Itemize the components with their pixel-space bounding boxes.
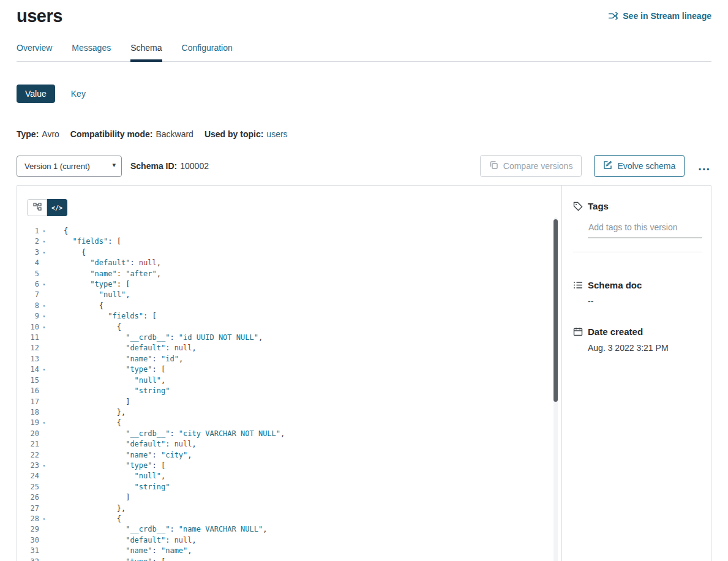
stream-lineage-link[interactable]: See in Stream lineage: [608, 11, 711, 21]
subtab-value[interactable]: Value: [17, 85, 55, 103]
fold-spacer: [39, 386, 49, 396]
schema-subtabs: Value Key: [17, 85, 711, 103]
fold-spacer: [39, 503, 49, 514]
line-number: 2: [17, 236, 39, 247]
fold-toggle-icon[interactable]: ▾: [39, 364, 49, 375]
code-line: 22 "name": "city",: [17, 450, 561, 461]
code-line: 6▾ "type": [: [17, 279, 561, 290]
fold-spacer: [39, 397, 49, 407]
code-line: 17 ]: [17, 397, 561, 407]
code-line: 5 "name": "after",: [17, 269, 561, 279]
code-line: 7 "null",: [17, 290, 561, 300]
tree-view-button[interactable]: [27, 199, 47, 216]
code-line: 21 "default": null,: [17, 439, 561, 450]
line-number: 11: [17, 333, 39, 343]
schema-panel: </> 1▾{2▾ "fields": [3▾ {4 "default": nu…: [17, 185, 711, 561]
more-options-button[interactable]: ...: [697, 160, 711, 172]
schema-id: Schema ID:100002: [130, 161, 209, 171]
fold-toggle-icon[interactable]: ▾: [39, 514, 49, 524]
code-line: 18 },: [17, 407, 561, 418]
fold-toggle-icon[interactable]: ▾: [39, 226, 49, 236]
meta-type-value: Avro: [42, 129, 59, 139]
line-number: 12: [17, 343, 39, 353]
code-line: 24 "null",: [17, 471, 561, 481]
fold-spacer: [39, 258, 49, 268]
tab-schema[interactable]: Schema: [130, 43, 162, 61]
meta-compat-label: Compatibility mode:: [70, 129, 153, 139]
code-line: 29 "__crdb__": "name VARCHAR NULL",: [17, 524, 561, 535]
page-header: users See in Stream lineage: [0, 0, 728, 26]
fold-toggle-icon[interactable]: ▾: [39, 236, 49, 247]
code-text: },: [64, 503, 126, 514]
fold-toggle-icon[interactable]: ▾: [39, 557, 49, 561]
tab-overview[interactable]: Overview: [17, 43, 52, 61]
compare-versions-label: Compare versions: [503, 161, 573, 171]
code-view-button[interactable]: </>: [47, 199, 67, 216]
line-number: 28: [17, 514, 39, 524]
compare-versions-button[interactable]: Compare versions: [480, 155, 582, 177]
fold-toggle-icon[interactable]: ▾: [39, 247, 49, 258]
code-text: },: [64, 407, 126, 418]
line-number: 5: [17, 269, 39, 279]
tab-configuration[interactable]: Configuration: [182, 43, 233, 61]
fold-spacer: [39, 407, 49, 418]
meta-type: Type:Avro: [17, 129, 59, 139]
fold-spacer: [39, 482, 49, 492]
code-text: {: [64, 226, 68, 236]
fold-toggle-icon[interactable]: ▾: [39, 322, 49, 333]
line-number: 13: [17, 354, 39, 364]
code-line: 31 "name": "name",: [17, 546, 561, 556]
version-select[interactable]: Version 1 (current): [17, 156, 122, 177]
fold-spacer: [39, 269, 49, 279]
topic-link[interactable]: users: [266, 129, 287, 139]
code-text: "name": "after",: [64, 269, 161, 279]
schema-doc-title: Schema doc: [588, 280, 642, 290]
code-text: "string": [64, 482, 170, 492]
schema-meta: Type:Avro Compatibility mode:Backward Us…: [17, 129, 711, 139]
meta-type-label: Type:: [17, 129, 39, 139]
fold-spacer: [39, 524, 49, 535]
code-line: 2▾ "fields": [: [17, 236, 561, 247]
subtab-key[interactable]: Key: [71, 89, 86, 99]
code-text: "name": "name",: [64, 546, 192, 556]
tags-input[interactable]: [588, 221, 702, 238]
code-text: "__crdb__": "id UUID NOT NULL",: [64, 333, 263, 343]
code-line: 3▾ {: [17, 247, 561, 258]
fold-toggle-icon[interactable]: ▾: [39, 301, 49, 311]
line-number: 23: [17, 461, 39, 471]
line-number: 4: [17, 258, 39, 268]
schema-doc-section: Schema doc --: [573, 280, 702, 306]
line-number: 22: [17, 450, 39, 461]
tag-icon: [573, 201, 583, 211]
fold-toggle-icon[interactable]: ▾: [39, 461, 49, 471]
code-text: "type": [: [64, 461, 165, 471]
code-line: 27 },: [17, 503, 561, 514]
schema-doc-value: --: [588, 296, 702, 306]
fold-spacer: [39, 429, 49, 439]
line-number: 14: [17, 364, 39, 375]
evolve-schema-icon: [603, 160, 612, 171]
tags-title: Tags: [588, 201, 609, 211]
view-toggle-group: </>: [27, 199, 561, 216]
code-line: 14▾ "type": [: [17, 364, 561, 375]
date-created-header: Date created: [573, 326, 702, 337]
code-text: ]: [64, 397, 130, 407]
line-number: 3: [17, 247, 39, 258]
fold-toggle-icon[interactable]: ▾: [39, 418, 49, 428]
schema-toolbar: Version 1 (current) ▾ Schema ID:100002 C…: [17, 155, 711, 177]
fold-spacer: [39, 290, 49, 300]
scrollbar-thumb[interactable]: [554, 219, 558, 402]
code-line: 13 "name": "id",: [17, 354, 561, 364]
fold-toggle-icon[interactable]: ▾: [39, 279, 49, 290]
sidebar-divider: [573, 252, 702, 252]
line-number: 30: [17, 535, 39, 546]
stream-lineage-label: See in Stream lineage: [623, 11, 711, 21]
meta-topic-label: Used by topic:: [205, 129, 263, 139]
fold-spacer: [39, 354, 49, 364]
evolve-schema-button[interactable]: Evolve schema: [594, 155, 685, 177]
code-text: "string": [64, 386, 170, 396]
tab-messages[interactable]: Messages: [72, 43, 111, 61]
schema-code-pane: </> 1▾{2▾ "fields": [3▾ {4 "default": nu…: [17, 186, 562, 561]
fold-toggle-icon[interactable]: ▾: [39, 311, 49, 322]
code-line: 10▾ {: [17, 322, 561, 333]
